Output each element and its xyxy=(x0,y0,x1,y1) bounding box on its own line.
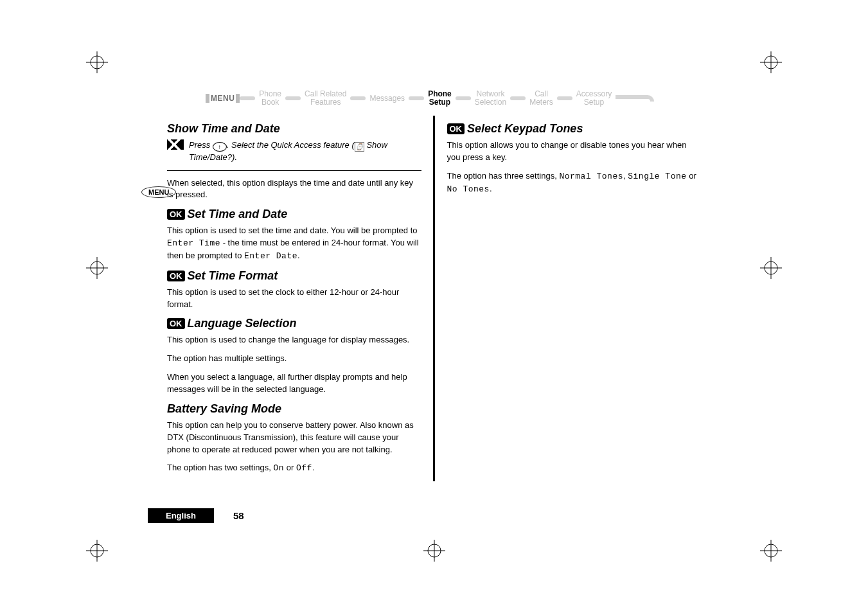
ok-pill-icon: OK xyxy=(167,209,185,220)
menubar-item-phone-book: PhoneBook xyxy=(255,90,285,107)
heading-show-time-and-date: Show Time and Date xyxy=(167,122,421,136)
breadcrumb-tail xyxy=(616,95,654,102)
quick-access-callout: Press ↑. Select the Quick Access feature… xyxy=(167,139,421,170)
menubar-item-call-meters: CallMeters xyxy=(526,90,557,107)
clock-glyph-icon: ⌚ xyxy=(355,142,364,152)
left-column: Show Time and Date Press ↑. Select the Q… xyxy=(167,116,421,481)
footer-page-number: 58 xyxy=(233,510,244,521)
heading-language-selection: OKLanguage Selection xyxy=(167,317,421,330)
column-divider xyxy=(433,116,435,481)
page-footer: English 58 xyxy=(148,508,244,523)
footer-language-badge: English xyxy=(148,508,214,523)
body-text: When selected, this option displays the … xyxy=(167,177,421,202)
heading-set-time-format: OKSet Time Format xyxy=(167,269,421,283)
ok-pill-icon: OK xyxy=(167,318,185,329)
breadcrumb-separator xyxy=(456,96,471,100)
registration-mark xyxy=(760,257,782,279)
menu-key-icon: MENU xyxy=(141,186,176,198)
heading-battery-saving-mode: Battery Saving Mode xyxy=(167,402,421,416)
registration-mark xyxy=(760,540,782,562)
menubar-item-network-selection: NetworkSelection xyxy=(471,90,510,107)
menu-breadcrumb: MENU PhoneBook Call RelatedFeatures Mess… xyxy=(167,90,701,107)
registration-mark xyxy=(423,540,445,562)
menubar-item-phone-setup: PhoneSetup xyxy=(424,90,456,107)
registration-mark xyxy=(86,540,108,562)
breadcrumb-separator xyxy=(240,96,255,100)
breadcrumb-separator xyxy=(510,96,526,100)
heading-set-time-and-date: OKSet Time and Date xyxy=(167,208,421,221)
registration-mark xyxy=(86,257,108,279)
menubar-item-accessory-setup: AccessorySetup xyxy=(572,90,616,107)
side-icon-stack: MENU xyxy=(141,186,176,198)
body-text: The option has multiple settings. xyxy=(167,353,421,365)
heading-select-keypad-tones: OKSelect Keypad Tones xyxy=(447,122,702,136)
registration-mark xyxy=(86,51,108,73)
body-text: The option has three settings, Normal To… xyxy=(447,170,702,196)
ok-pill-icon: OK xyxy=(447,123,465,134)
menubar-item-call-related: Call RelatedFeatures xyxy=(301,90,350,107)
menu-lead: MENU xyxy=(206,94,240,103)
body-text: This option is used to set the clock to … xyxy=(167,287,421,311)
menubar-item-messages: Messages xyxy=(366,94,409,103)
breadcrumb-separator xyxy=(409,96,424,100)
breadcrumb-separator xyxy=(285,96,301,100)
body-text: This option is used to change the langua… xyxy=(167,334,421,346)
body-text: This option can help you to conserve bat… xyxy=(167,420,421,456)
up-arrow-key-icon: ↑ xyxy=(213,142,227,152)
body-text: This option is used to set the time and … xyxy=(167,225,421,263)
right-column: OKSelect Keypad Tones This option allows… xyxy=(447,116,702,481)
breadcrumb-separator xyxy=(350,96,366,100)
breadcrumb-separator xyxy=(557,96,572,100)
quick-access-text: Press ↑. Select the Quick Access feature… xyxy=(189,139,421,163)
body-text: This option allows you to change or disa… xyxy=(447,139,702,164)
ok-pill-icon: OK xyxy=(167,271,185,281)
quick-access-icon xyxy=(167,139,184,150)
registration-mark xyxy=(760,51,782,73)
body-text: The option has two settings, On or Off. xyxy=(167,462,421,475)
page-content: MENU PhoneBook Call RelatedFeatures Mess… xyxy=(167,90,701,523)
body-text: When you select a language, all further … xyxy=(167,371,421,396)
